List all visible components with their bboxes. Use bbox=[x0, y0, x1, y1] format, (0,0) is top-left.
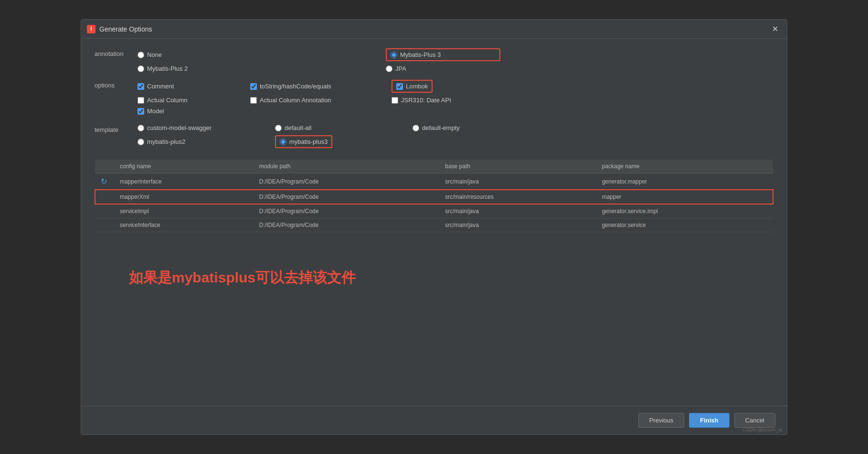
template-label: template bbox=[95, 124, 138, 133]
row-base-path: src/main/resources bbox=[439, 190, 596, 204]
annotation-mybatisplus2-radio[interactable] bbox=[138, 65, 144, 72]
option-lombok[interactable]: Lombok bbox=[396, 83, 428, 90]
close-button[interactable]: ✕ bbox=[769, 23, 781, 34]
row-module-path: D:/IDEA/Program/Code bbox=[254, 190, 440, 204]
option-jsr310-label: JSR310: Date API bbox=[401, 97, 451, 104]
annotation-overlay-text: 如果是mybatisplus可以去掉该文件 bbox=[129, 268, 356, 288]
dialog-title-text: Generate Options bbox=[99, 25, 152, 33]
col-module-path: module path bbox=[254, 160, 440, 173]
option-actual-column-annotation-label: Actual Column Annotation bbox=[260, 97, 331, 104]
finish-button[interactable]: Finish bbox=[689, 413, 729, 428]
template-mybatis-plus3-radio[interactable] bbox=[280, 139, 286, 145]
cancel-button[interactable]: Cancel bbox=[734, 413, 775, 428]
option-actual-column[interactable]: Actual Column bbox=[138, 97, 243, 104]
col-icon bbox=[95, 160, 114, 173]
annotation-mybatisplus3-highlight: Mybatis-Plus 3 bbox=[386, 48, 500, 61]
options-controls: Comment toString/hashCode/equals Lombok bbox=[138, 80, 773, 115]
row-module-path: D:/IDEA/Program/Code bbox=[254, 173, 440, 190]
template-default-empty[interactable]: default-empty bbox=[413, 124, 460, 131]
row-base-path: src/main/java bbox=[439, 218, 596, 232]
annotation-mybatisplus2-option[interactable]: Mybatis-Plus 2 bbox=[138, 65, 223, 72]
annotation-mybatisplus3-radio[interactable] bbox=[391, 52, 397, 58]
option-comment-checkbox[interactable] bbox=[138, 83, 144, 90]
dialog-footer: Previous Finish Cancel bbox=[81, 406, 787, 434]
template-default-all-radio[interactable] bbox=[275, 125, 282, 131]
annotation-label: annotation bbox=[95, 48, 138, 57]
row-base-path: src/main/java bbox=[439, 204, 596, 218]
row-config-name: serviceImpl bbox=[114, 204, 254, 218]
option-jsr310[interactable]: JSR310: Date API bbox=[392, 97, 451, 104]
option-tostring[interactable]: toString/hashCode/equals bbox=[250, 83, 384, 90]
table-row[interactable]: serviceImpl D:/IDEA/Program/Code src/mai… bbox=[95, 204, 773, 218]
table-row[interactable]: mapperXml D:/IDEA/Program/Code src/main/… bbox=[95, 190, 773, 204]
config-table-wrapper: config name module path base path packag… bbox=[95, 154, 773, 232]
annotation-mybatisplus2-label: Mybatis-Plus 2 bbox=[147, 65, 188, 72]
col-config-name: config name bbox=[114, 160, 254, 173]
option-jsr310-checkbox[interactable] bbox=[392, 97, 398, 104]
options-row: options Comment toString/hashCode/equals bbox=[95, 80, 773, 115]
template-mybatis-plus3[interactable]: mybatis-plus3 bbox=[280, 138, 328, 145]
template-custom-radio[interactable] bbox=[138, 125, 144, 131]
row-package-name: generator.mapper bbox=[596, 173, 773, 190]
row-icon bbox=[95, 204, 114, 218]
template-mybatis-plus3-label: mybatis-plus3 bbox=[289, 138, 328, 145]
option-tostring-label: toString/hashCode/equals bbox=[260, 83, 331, 90]
option-model[interactable]: Model bbox=[138, 108, 164, 115]
table-row[interactable]: serviceInterface D:/IDEA/Program/Code sr… bbox=[95, 218, 773, 232]
annotation-jpa-option[interactable]: JPA bbox=[386, 65, 406, 72]
watermark: CSDN @hxxxm_w bbox=[742, 427, 782, 432]
row-config-name: mapperInterface bbox=[114, 173, 254, 190]
annotation-mybatisplus3-label: Mybatis-Plus 3 bbox=[400, 51, 441, 58]
option-model-label: Model bbox=[147, 108, 164, 115]
row-package-name: mapper bbox=[596, 190, 773, 204]
template-default-empty-label: default-empty bbox=[422, 124, 460, 131]
option-lombok-label: Lombok bbox=[406, 83, 428, 90]
template-default-all-label: default-all bbox=[285, 124, 311, 131]
option-model-checkbox[interactable] bbox=[138, 108, 144, 115]
annotation-mybatisplus3-option[interactable]: Mybatis-Plus 3 bbox=[391, 51, 441, 58]
option-actual-column-annotation-checkbox[interactable] bbox=[250, 97, 257, 104]
row-icon bbox=[95, 190, 114, 204]
row-package-name: generator.service.impl bbox=[596, 204, 773, 218]
template-default-all[interactable]: default-all bbox=[275, 124, 409, 131]
option-actual-column-checkbox[interactable] bbox=[138, 97, 144, 104]
annotation-row: annotation None Mybatis-Plus 3 bbox=[95, 48, 773, 72]
annotation-jpa-radio[interactable] bbox=[386, 65, 392, 72]
template-default-empty-radio[interactable] bbox=[413, 125, 419, 131]
template-custom-label: custom-model-swagger bbox=[147, 124, 212, 131]
template-row: template custom-model-swagger default-al… bbox=[95, 124, 773, 148]
dialog-body: annotation None Mybatis-Plus 3 bbox=[81, 39, 787, 406]
template-mybatis-plus2-label: mybatis-plus2 bbox=[147, 138, 185, 145]
col-base-path: base path bbox=[439, 160, 596, 173]
option-comment[interactable]: Comment bbox=[138, 83, 243, 90]
row-module-path: D:/IDEA/Program/Code bbox=[254, 204, 440, 218]
previous-button[interactable]: Previous bbox=[638, 413, 685, 428]
row-config-name: serviceInterface bbox=[114, 218, 254, 232]
option-lombok-checkbox[interactable] bbox=[396, 83, 403, 90]
row-package-name: generator.service bbox=[596, 218, 773, 232]
annotation-none-radio[interactable] bbox=[138, 52, 144, 58]
config-table: config name module path base path packag… bbox=[95, 160, 773, 232]
table-header-row: config name module path base path packag… bbox=[95, 160, 773, 173]
option-lombok-highlight: Lombok bbox=[392, 80, 433, 93]
row-icon bbox=[95, 218, 114, 232]
option-comment-label: Comment bbox=[147, 83, 174, 90]
template-controls: custom-model-swagger default-all default… bbox=[138, 124, 773, 148]
options-label: options bbox=[95, 80, 138, 89]
template-mybatis-plus2-radio[interactable] bbox=[138, 139, 144, 145]
app-icon: I bbox=[87, 25, 95, 33]
template-custom-model-swagger[interactable]: custom-model-swagger bbox=[138, 124, 271, 131]
annotation-controls: None Mybatis-Plus 3 Mybatis-Plus 2 bbox=[138, 48, 773, 72]
row-module-path: D:/IDEA/Program/Code bbox=[254, 218, 440, 232]
option-tostring-checkbox[interactable] bbox=[250, 83, 257, 90]
row-base-path: src/main/java bbox=[439, 173, 596, 190]
option-actual-column-annotation[interactable]: Actual Column Annotation bbox=[250, 97, 384, 104]
annotation-none-option[interactable]: None bbox=[138, 51, 223, 58]
annotation-jpa-label: JPA bbox=[395, 65, 406, 72]
template-mybatis-plus2[interactable]: mybatis-plus2 bbox=[138, 138, 271, 145]
table-row[interactable]: ↻ mapperInterface D:/IDEA/Program/Code s… bbox=[95, 173, 773, 190]
template-mybatis-plus3-highlight: mybatis-plus3 bbox=[275, 135, 332, 148]
row-config-name: mapperXml bbox=[114, 190, 254, 204]
annotation-none-label: None bbox=[147, 51, 162, 58]
dialog-titlebar: I Generate Options ✕ bbox=[81, 20, 787, 39]
